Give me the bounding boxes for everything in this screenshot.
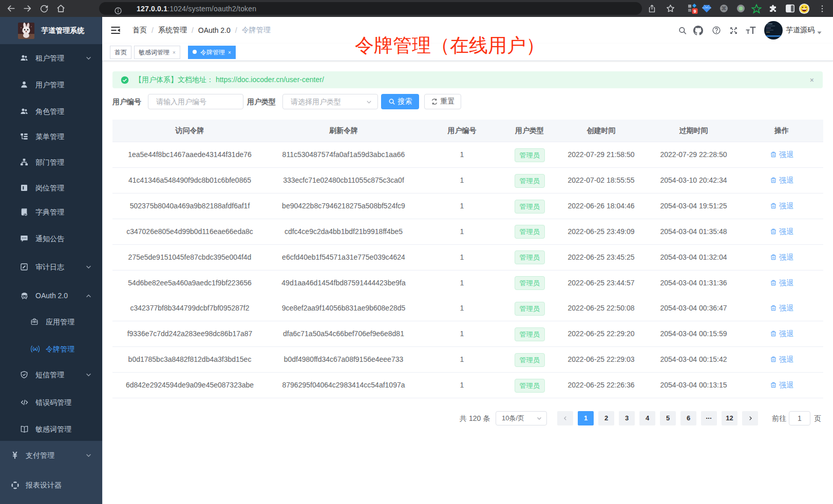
svg-text:A: A (34, 347, 36, 351)
svg-text:⌘: ⌘ (721, 6, 726, 11)
svg-text:9: 9 (693, 9, 696, 14)
